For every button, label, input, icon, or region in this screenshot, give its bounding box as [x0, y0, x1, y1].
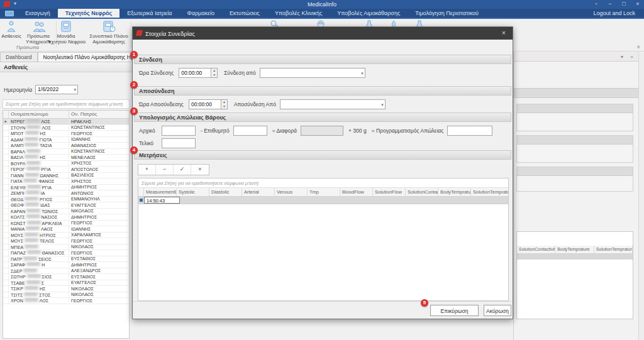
- patient-row[interactable]: ΜΑΝΙΑΛΑΟΣ ΙΩΑΝΝΗΣ: [3, 226, 129, 233]
- tab-dashboard[interactable]: Dashboard: [0, 52, 38, 62]
- cancel-measurement-button[interactable]: ×: [191, 165, 209, 175]
- menu-tab[interactable]: Φαρμακείο: [180, 9, 222, 18]
- confirm-measurement-button[interactable]: ✓: [174, 165, 191, 175]
- measurement-row[interactable]: 14:50:43: [138, 197, 508, 204]
- measurement-column-header[interactable]: SolutionTempratu: [471, 188, 508, 196]
- measurement-column-header[interactable]: Venous: [275, 188, 308, 196]
- patient-row[interactable]: ΑΔΑΜΓΙΩΤΑ ΙΩΑΝΝΗΣ: [3, 137, 129, 143]
- column-header-father[interactable]: Ον. Πατρός: [69, 111, 129, 118]
- logout-and-lock-button[interactable]: Logout and Lock: [593, 9, 644, 18]
- menu-tab[interactable]: Εκτυπώσεις: [222, 9, 267, 18]
- desired-weight-input[interactable]: [233, 126, 267, 136]
- final-weight-input[interactable]: [162, 138, 196, 148]
- patient-row[interactable]: ΖΕΜΠΙΙΑ ΑΝΤΩΝΙΟΣ: [3, 190, 129, 197]
- scale-icon[interactable]: [316, 19, 325, 26]
- initial-weight-input[interactable]: [162, 126, 196, 136]
- measurement-column-header[interactable]: MeasurementDateTim: [144, 188, 177, 196]
- cancel-button[interactable]: Ακύρωση: [484, 305, 511, 316]
- file-menu-icon[interactable]: [5, 11, 14, 16]
- close-icon[interactable]: ×: [630, 54, 633, 60]
- desired-weight-label: - Επιθυμητό: [201, 128, 230, 134]
- patient-row[interactable]: ΣΔΕΡ ΑΛΕΞΑΝΔΡΟΣ: [3, 268, 129, 275]
- menu-tab[interactable]: Υποβολές Κλινικής: [267, 9, 330, 18]
- patient-row[interactable]: ΜΟΥΣΤΕΛΟΣ ΓΕΩΡΓΙΟΣ: [3, 238, 129, 244]
- patient-row[interactable]: ΕΛΕΥΘΡΓΙΑ ΔΗΜΗΤΡΙΟΣ: [3, 185, 129, 191]
- menu-tab[interactable]: Τιμολόγηση Περιστατικού: [408, 9, 486, 18]
- menu-tab[interactable]: Εξωτερικά Ιατρεία: [119, 9, 179, 18]
- minimize-button[interactable]: −: [606, 1, 614, 7]
- patient-row[interactable]: ΚΩΝΣΤΑΡΙΚΛΕΙΑ ΓΕΩΡΓΙΟΣ: [3, 221, 129, 227]
- patient-row[interactable]: ΜΠΟΤΗΣ ΓΕΩΡΓΙΟΣ: [3, 131, 129, 137]
- patient-row[interactable]: ΧΡΟΝΛΟΣ ΓΕΩΡΓΙΟΣ: [3, 298, 129, 304]
- menu-tab[interactable]: Τεχνητός Νεφρός: [58, 9, 119, 18]
- patient-row[interactable]: ΣΑΡΑΦΗ ΔΗΜΗΤΡΙΟΣ: [3, 262, 129, 268]
- row-indicator: [3, 131, 9, 136]
- measurement-column-header[interactable]: Diastolic: [209, 188, 242, 196]
- drop-icon[interactable]: [389, 19, 398, 26]
- dialog-close-icon[interactable]: ×: [500, 30, 508, 36]
- dialysis-unit-ribbon-button[interactable]: Μονάδα Τεχνητού Νεφρού: [45, 20, 87, 45]
- close-button[interactable]: ×: [634, 1, 641, 7]
- disconnect-from-combobox[interactable]: ▾: [280, 99, 386, 109]
- flask-icon[interactable]: [415, 19, 424, 26]
- patient-row[interactable]: ΑΛΜΠΤΑΣΙΑ ΑΘΑΝΑΣΙΟΣ: [3, 143, 129, 149]
- plus-300g-label: + 300 g: [348, 128, 367, 134]
- ribbon-collapse-icon[interactable]: ∧: [636, 44, 640, 50]
- patient-row[interactable]: ΚΟΛΤΣΝΑΣΙΟΣ ΔΗΜΗΤΡΙΟΣ: [3, 214, 129, 221]
- measurement-column-header[interactable]: BloodFlow: [340, 188, 373, 196]
- patients-ribbon-button[interactable]: Ασθενείς: [1, 20, 21, 39]
- patient-row[interactable]: ΣΤΟΥΝΛΟΣ ΚΩΝΣΤΑΝΤΙΝΟΣ: [3, 125, 129, 131]
- patient-row[interactable]: ΣΩΤΗΡΣΙΟΣ ΕΥΣΤΑΘΙΟΣ: [3, 274, 129, 280]
- row-indicator: [3, 286, 9, 292]
- summary-plan-ribbon-button[interactable]: Συνοπτικό Πλάνο Αιμοκάθαρσης: [88, 20, 130, 45]
- patient-row[interactable]: ΘΕΟΦΙΔΑΣ ΕΥΑΓΓΕΛΟΣ: [3, 202, 129, 209]
- patient-row[interactable]: ΒΟΥΡΛ ΧΡΗΣΤΟΣ: [3, 161, 129, 167]
- menu-tab[interactable]: Υποβολές Αιμοκάθαρσης: [330, 9, 408, 18]
- stethoscope-icon[interactable]: [269, 19, 278, 26]
- row-indicator: [3, 244, 9, 250]
- patient-row[interactable]: ΤΣΙΤΣΣΤΟΣ ΝΙΚΟΛΑΟΣ: [3, 292, 129, 299]
- measurement-column-header[interactable]: Tmp: [308, 188, 340, 196]
- patient-row[interactable]: ΓΙΑΝΝΩΑΝΝΗΣ ΒΑΣΙΛΕΙΟΣ: [3, 173, 129, 179]
- patient-row[interactable]: ΚΑΡΑΝΤΩΝΙΟΣ ΝΙΚΟΛΑΟΣ: [3, 209, 129, 215]
- measurement-column-header[interactable]: Systolic: [177, 188, 209, 196]
- patient-row[interactable]: ΤΣΑΒΕΣ ΕΥΑΓΓΕΛΟΣ: [3, 280, 129, 287]
- remove-measurement-button[interactable]: −: [156, 165, 174, 175]
- restore-button[interactable]: □: [620, 1, 628, 7]
- patient-row[interactable]: ΜΟΥΣΗΤΡΙΟΣ ΧΑΡΑΛΑΜΠΟΣ: [3, 233, 129, 239]
- patient-row[interactable]: ΜΠΕΑ ΝΙΚΟΛΑΟΣ: [3, 244, 129, 251]
- column-header-name[interactable]: Ονοματεπώνυμο: [9, 111, 69, 118]
- background-grid: SolutionContactivityBodyTempratureSoluti…: [516, 231, 633, 319]
- measurement-time-cell[interactable]: 14:50:43: [144, 197, 180, 204]
- measurement-column-header[interactable]: Arterial: [242, 188, 275, 196]
- patient-row[interactable]: ΒΑΡΑΛ ΚΩΝΣΤΑΝΤΙΝΟΣ: [3, 149, 129, 155]
- ribbon-pin-icon[interactable]: ▫: [592, 1, 600, 7]
- flask-icon[interactable]: [365, 19, 374, 26]
- patient-row[interactable]: ΠΑΠΑΖΘΑΝΑΣΙΟΣ ΓΕΩΡΓΙΟΣ: [3, 250, 129, 256]
- chevron-down-icon[interactable]: ▾: [381, 102, 384, 107]
- chevron-down-icon[interactable]: ▾: [361, 71, 364, 76]
- chevron-down-icon[interactable]: ▾: [74, 87, 77, 92]
- menu-tab[interactable]: Εισαγωγή: [18, 9, 58, 18]
- patient-row[interactable]: ΠΑΤΡΣΕΙΟΣ ΕΥΣΤΑΘΙΟΣ: [3, 256, 129, 263]
- connect-time-input[interactable]: 00:00:00: [179, 68, 211, 78]
- date-input[interactable]: 1/6/2022 ▾: [35, 85, 78, 94]
- measurement-column-header[interactable]: SolutionFlow: [373, 188, 406, 196]
- validate-button[interactable]: Επικύρωση: [430, 305, 479, 316]
- planned-loss-input[interactable]: [447, 126, 492, 136]
- measurement-column-header[interactable]: BodyTemprature: [438, 188, 471, 196]
- measurement-column-header[interactable]: SolutionContactiv: [406, 188, 438, 196]
- patient-row[interactable]: ΓΕΡΟΓΡΓΙΑ ΑΠΟΣΤΟΛΟΣ: [3, 167, 129, 173]
- connect-from-combobox[interactable]: ▾: [260, 68, 365, 78]
- dialog-title-bar[interactable]: Στοιχεία Συνεδρίας ×: [133, 27, 513, 40]
- patient-row[interactable]: ΓΙΑΤΑΦΑΝΟΣ ΧΡΗΣΤΟΣ: [3, 178, 129, 185]
- pin-icon[interactable]: ▾: [621, 54, 623, 60]
- patient-row[interactable]: ΘΕΟΔΡΓΙΟΣ ΕΜΜΑΝΟΥΗΛ: [3, 197, 129, 203]
- time-spinner[interactable]: ▲▼: [221, 99, 228, 109]
- patient-row[interactable]: ΒΑΣΙΛΗΣ ΜΕΝΕΛΑΟΣ: [3, 155, 129, 161]
- add-measurement-button[interactable]: +: [138, 165, 156, 175]
- patient-row[interactable]: ΤΣΙΚΡΗΣ ΝΙΚΟΛΑΟΣ: [3, 286, 129, 292]
- patient-row[interactable]: ΝΤΡΕΓΛΟΣ ΗΡΑΚΛΗΣ: [3, 119, 129, 125]
- disconnect-time-input[interactable]: 00:00:00: [189, 99, 221, 109]
- time-spinner[interactable]: ▲▼: [211, 68, 218, 78]
